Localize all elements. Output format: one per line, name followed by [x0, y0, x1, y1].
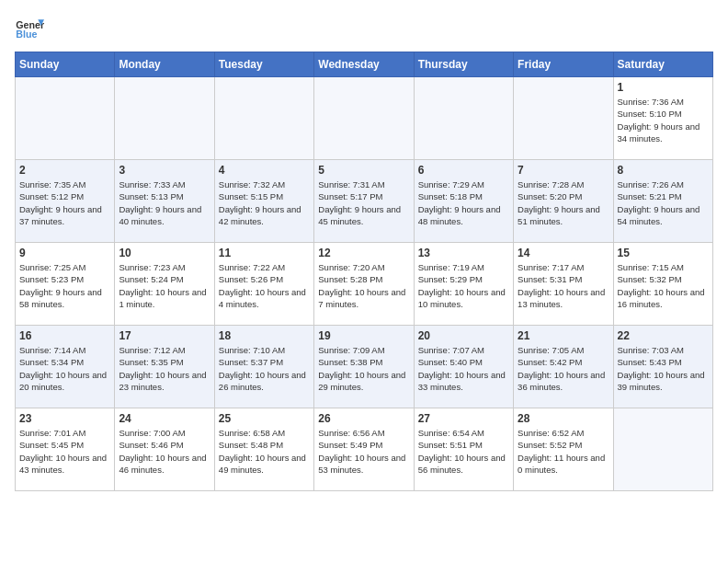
day-cell: 10Sunrise: 7:23 AM Sunset: 5:24 PM Dayli… [115, 243, 214, 326]
day-info: Sunrise: 7:25 AM Sunset: 5:23 PM Dayligh… [19, 261, 110, 310]
day-number: 14 [518, 247, 609, 259]
day-info: Sunrise: 6:56 AM Sunset: 5:49 PM Dayligh… [318, 427, 409, 476]
day-cell [613, 408, 712, 491]
day-info: Sunrise: 7:05 AM Sunset: 5:42 PM Dayligh… [518, 344, 609, 393]
day-cell [16, 77, 115, 160]
day-info: Sunrise: 7:09 AM Sunset: 5:38 PM Dayligh… [318, 344, 409, 393]
day-cell [115, 77, 214, 160]
day-cell: 15Sunrise: 7:15 AM Sunset: 5:32 PM Dayli… [613, 243, 712, 326]
day-cell: 21Sunrise: 7:05 AM Sunset: 5:42 PM Dayli… [514, 326, 613, 408]
day-number: 25 [219, 412, 310, 425]
logo-icon: General Blue [15, 15, 44, 44]
day-number: 1 [618, 81, 709, 94]
day-cell: 23Sunrise: 7:01 AM Sunset: 5:45 PM Dayli… [16, 408, 115, 491]
calendar: SundayMondayTuesdayWednesdayThursdayFrid… [15, 52, 713, 491]
day-cell: 24Sunrise: 7:00 AM Sunset: 5:46 PM Dayli… [115, 408, 214, 491]
day-info: Sunrise: 7:19 AM Sunset: 5:29 PM Dayligh… [418, 261, 509, 310]
day-number: 4 [219, 164, 310, 177]
weekday-header-monday: Monday [115, 52, 214, 77]
day-cell: 2Sunrise: 7:35 AM Sunset: 5:12 PM Daylig… [16, 160, 115, 243]
weekday-header-row: SundayMondayTuesdayWednesdayThursdayFrid… [16, 52, 713, 77]
day-info: Sunrise: 7:29 AM Sunset: 5:18 PM Dayligh… [418, 178, 509, 227]
day-info: Sunrise: 7:20 AM Sunset: 5:28 PM Dayligh… [318, 261, 409, 310]
week-row-1: 2Sunrise: 7:35 AM Sunset: 5:12 PM Daylig… [16, 160, 713, 243]
day-info: Sunrise: 7:23 AM Sunset: 5:24 PM Dayligh… [119, 261, 210, 310]
weekday-header-tuesday: Tuesday [214, 52, 313, 77]
day-number: 27 [418, 412, 509, 425]
day-number: 2 [19, 164, 110, 177]
day-cell: 27Sunrise: 6:54 AM Sunset: 5:51 PM Dayli… [414, 408, 513, 491]
day-info: Sunrise: 6:58 AM Sunset: 5:48 PM Dayligh… [219, 427, 310, 476]
day-number: 6 [418, 164, 509, 177]
weekday-header-friday: Friday [514, 52, 613, 77]
day-number: 9 [19, 247, 110, 259]
day-cell [214, 77, 313, 160]
day-cell: 8Sunrise: 7:26 AM Sunset: 5:21 PM Daylig… [613, 160, 712, 243]
day-number: 10 [119, 247, 210, 259]
day-cell: 6Sunrise: 7:29 AM Sunset: 5:18 PM Daylig… [414, 160, 513, 243]
weekday-header-saturday: Saturday [613, 52, 712, 77]
day-info: Sunrise: 7:36 AM Sunset: 5:10 PM Dayligh… [618, 96, 709, 144]
day-info: Sunrise: 7:22 AM Sunset: 5:26 PM Dayligh… [219, 261, 310, 310]
day-cell: 16Sunrise: 7:14 AM Sunset: 5:34 PM Dayli… [16, 326, 115, 408]
day-number: 7 [518, 164, 609, 177]
day-number: 21 [518, 329, 609, 342]
day-cell: 17Sunrise: 7:12 AM Sunset: 5:35 PM Dayli… [115, 326, 214, 408]
day-number: 17 [119, 329, 210, 342]
svg-text:Blue: Blue [16, 29, 37, 40]
day-cell: 14Sunrise: 7:17 AM Sunset: 5:31 PM Dayli… [514, 243, 613, 326]
day-cell: 3Sunrise: 7:33 AM Sunset: 5:13 PM Daylig… [115, 160, 214, 243]
day-info: Sunrise: 7:12 AM Sunset: 5:35 PM Dayligh… [119, 344, 210, 393]
page: General Blue SundayMondayTuesdayWednesda… [0, 0, 728, 506]
day-number: 18 [219, 329, 310, 342]
day-cell: 26Sunrise: 6:56 AM Sunset: 5:49 PM Dayli… [314, 408, 414, 491]
day-number: 20 [418, 329, 509, 342]
day-info: Sunrise: 7:32 AM Sunset: 5:15 PM Dayligh… [219, 178, 310, 227]
day-info: Sunrise: 7:10 AM Sunset: 5:37 PM Dayligh… [219, 344, 310, 393]
day-cell: 11Sunrise: 7:22 AM Sunset: 5:26 PM Dayli… [214, 243, 313, 326]
day-number: 22 [618, 329, 709, 342]
day-cell: 9Sunrise: 7:25 AM Sunset: 5:23 PM Daylig… [16, 243, 115, 326]
day-number: 28 [518, 412, 609, 425]
weekday-header-sunday: Sunday [16, 52, 115, 77]
week-row-3: 16Sunrise: 7:14 AM Sunset: 5:34 PM Dayli… [16, 326, 713, 408]
day-number: 3 [119, 164, 210, 177]
weekday-header-wednesday: Wednesday [314, 52, 414, 77]
day-info: Sunrise: 7:28 AM Sunset: 5:20 PM Dayligh… [518, 178, 609, 227]
day-info: Sunrise: 6:52 AM Sunset: 5:52 PM Dayligh… [518, 427, 609, 476]
day-info: Sunrise: 7:14 AM Sunset: 5:34 PM Dayligh… [19, 344, 110, 393]
day-number: 15 [618, 247, 709, 259]
day-number: 11 [219, 247, 310, 259]
day-cell: 4Sunrise: 7:32 AM Sunset: 5:15 PM Daylig… [214, 160, 313, 243]
week-row-0: 1Sunrise: 7:36 AM Sunset: 5:10 PM Daylig… [16, 77, 713, 160]
day-info: Sunrise: 6:54 AM Sunset: 5:51 PM Dayligh… [418, 427, 509, 476]
day-number: 16 [19, 329, 110, 342]
day-info: Sunrise: 7:01 AM Sunset: 5:45 PM Dayligh… [19, 427, 110, 476]
day-cell: 20Sunrise: 7:07 AM Sunset: 5:40 PM Dayli… [414, 326, 513, 408]
day-cell [514, 77, 613, 160]
day-info: Sunrise: 7:26 AM Sunset: 5:21 PM Dayligh… [618, 178, 709, 227]
week-row-4: 23Sunrise: 7:01 AM Sunset: 5:45 PM Dayli… [16, 408, 713, 491]
day-number: 8 [618, 164, 709, 177]
day-number: 13 [418, 247, 509, 259]
day-info: Sunrise: 7:00 AM Sunset: 5:46 PM Dayligh… [119, 427, 210, 476]
day-cell [314, 77, 414, 160]
day-info: Sunrise: 7:35 AM Sunset: 5:12 PM Dayligh… [19, 178, 110, 227]
day-info: Sunrise: 7:31 AM Sunset: 5:17 PM Dayligh… [318, 178, 409, 227]
day-cell: 5Sunrise: 7:31 AM Sunset: 5:17 PM Daylig… [314, 160, 414, 243]
header: General Blue [15, 15, 713, 44]
week-row-2: 9Sunrise: 7:25 AM Sunset: 5:23 PM Daylig… [16, 243, 713, 326]
day-cell: 1Sunrise: 7:36 AM Sunset: 5:10 PM Daylig… [613, 77, 712, 160]
day-cell: 18Sunrise: 7:10 AM Sunset: 5:37 PM Dayli… [214, 326, 313, 408]
day-cell: 28Sunrise: 6:52 AM Sunset: 5:52 PM Dayli… [514, 408, 613, 491]
day-number: 19 [318, 329, 409, 342]
day-info: Sunrise: 7:15 AM Sunset: 5:32 PM Dayligh… [618, 261, 709, 310]
day-number: 23 [19, 412, 110, 425]
day-number: 5 [318, 164, 409, 177]
day-cell: 22Sunrise: 7:03 AM Sunset: 5:43 PM Dayli… [613, 326, 712, 408]
day-cell: 19Sunrise: 7:09 AM Sunset: 5:38 PM Dayli… [314, 326, 414, 408]
weekday-header-thursday: Thursday [414, 52, 513, 77]
day-info: Sunrise: 7:03 AM Sunset: 5:43 PM Dayligh… [618, 344, 709, 393]
day-info: Sunrise: 7:07 AM Sunset: 5:40 PM Dayligh… [418, 344, 509, 393]
day-cell: 7Sunrise: 7:28 AM Sunset: 5:20 PM Daylig… [514, 160, 613, 243]
